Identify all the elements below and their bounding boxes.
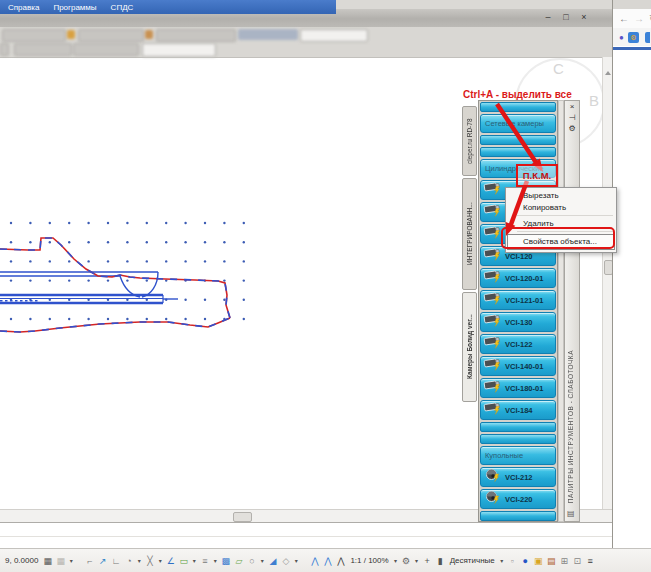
object-tracking-icon[interactable]: ↗ bbox=[97, 556, 108, 566]
context-menu-item[interactable]: Вырезать bbox=[507, 190, 615, 202]
command-line-divider bbox=[0, 536, 612, 537]
grid-icon[interactable]: ▦ bbox=[42, 556, 53, 566]
statusbar: 9, 0.0000▦▦▾⌐↗∟◔▾╳▾∠▭▾≡▾▩▱○▾◢◇▾⋀⋀⋀1:1 / … bbox=[0, 548, 651, 572]
annotation-pkm-box: П.К.М. bbox=[516, 164, 558, 187]
dropdown-caret-icon[interactable]: ▾ bbox=[293, 557, 299, 564]
bookmark-gear-icon[interactable]: ⚙ bbox=[628, 32, 639, 43]
palette-item[interactable]: VCI-140-01 bbox=[480, 356, 556, 376]
menu-item-спдс[interactable]: СПДС bbox=[111, 3, 134, 12]
palette-tab[interactable]: cleper.ru RD-78 bbox=[462, 106, 477, 176]
context-menu-item[interactable]: Копировать bbox=[507, 202, 615, 214]
palette-pin-icon[interactable]: ⊣ bbox=[565, 112, 579, 123]
annotation-scale-icon[interactable]: ⋀ bbox=[335, 556, 346, 566]
compass-east-label: В bbox=[589, 92, 599, 109]
scroll-up-icon[interactable] bbox=[605, 71, 611, 75]
command-line-area[interactable] bbox=[0, 522, 612, 549]
dropdown-caret-icon[interactable]: ▾ bbox=[136, 557, 142, 564]
horizontal-scrollbar-thumb[interactable] bbox=[233, 512, 252, 522]
palette-separator-bar bbox=[480, 422, 556, 432]
bookmark-partial-icon[interactable] bbox=[645, 32, 650, 43]
dropdown-caret-icon[interactable]: ▾ bbox=[68, 557, 74, 564]
palette-item[interactable]: VCI-122 bbox=[480, 334, 556, 354]
clipboard-icon[interactable]: ▤ bbox=[546, 556, 557, 566]
palette-item-label: VCI-140-01 bbox=[505, 362, 543, 371]
plot-icon[interactable]: ⊞ bbox=[559, 556, 570, 566]
tray-status-icon[interactable]: ● bbox=[520, 556, 531, 566]
blurred-combo[interactable] bbox=[156, 29, 236, 42]
menu-item-программы[interactable]: Программы bbox=[53, 3, 96, 12]
camera-icon bbox=[483, 181, 503, 199]
annotation-visibility-icon[interactable]: ⋀ bbox=[309, 556, 320, 566]
toolbar bbox=[0, 27, 612, 58]
blurred-icon[interactable] bbox=[145, 30, 153, 39]
angle-snap-icon[interactable]: ∠ bbox=[165, 556, 176, 566]
palette-item[interactable]: VCI-120-01 bbox=[480, 268, 556, 288]
ortho-icon[interactable]: ∟ bbox=[110, 556, 121, 566]
palette-item[interactable]: VCI-130 bbox=[480, 312, 556, 332]
back-icon[interactable]: ← bbox=[619, 13, 629, 24]
palette-item[interactable]: VCI-220 bbox=[480, 489, 556, 509]
palette-group-header[interactable]: Купольные bbox=[480, 446, 556, 465]
blurred-combo[interactable] bbox=[73, 43, 139, 56]
dropdown-caret-icon[interactable]: ▾ bbox=[414, 557, 420, 564]
camera-icon bbox=[483, 490, 503, 508]
units-mode[interactable]: Десятичные bbox=[450, 556, 495, 565]
dropdown-caret-icon[interactable]: ▾ bbox=[212, 557, 218, 564]
palette-item[interactable]: VCI-180-01 bbox=[480, 378, 556, 398]
palette-close-icon[interactable]: × bbox=[565, 101, 579, 112]
tray-blank-icon[interactable]: ▫ bbox=[507, 556, 518, 566]
snap-icon[interactable]: ⌐ bbox=[84, 556, 95, 566]
blurred-combo[interactable] bbox=[142, 43, 216, 57]
menu-item-справка[interactable]: Справка bbox=[8, 3, 39, 12]
dropdown-caret-icon[interactable]: ▾ bbox=[259, 557, 265, 564]
dropdown-caret-icon[interactable]: ▾ bbox=[191, 557, 197, 564]
fullscreen-icon[interactable]: ⊡ bbox=[572, 556, 583, 566]
palette-title: ПАЛИТРЫ ИНСТРУМЕНТОВ - СЛАБОТОЧКА bbox=[567, 350, 574, 503]
lineweight-icon[interactable]: ≡ bbox=[199, 556, 210, 566]
toolbar-grip[interactable] bbox=[0, 43, 9, 56]
zoom-level[interactable]: 1:1 / 100% bbox=[350, 556, 388, 565]
cursor-weight-icon[interactable]: ▮ bbox=[435, 556, 446, 566]
statusbar-menu-icon[interactable]: ≡ bbox=[585, 556, 596, 566]
scale-list-icon[interactable]: ◢ bbox=[267, 556, 278, 566]
palette-item-label: VCI-120-01 bbox=[505, 274, 543, 283]
restore-icon[interactable]: □ bbox=[560, 11, 572, 24]
palette-item[interactable]: VCI-184 bbox=[480, 400, 556, 420]
annotation-autoscale-icon[interactable]: ⋀ bbox=[322, 556, 333, 566]
dynamic-input-icon[interactable]: ▭ bbox=[178, 556, 189, 566]
blurred-icon[interactable] bbox=[67, 30, 75, 39]
close-icon[interactable]: × bbox=[578, 11, 590, 24]
palette-tab[interactable]: Камеры Болид ver... bbox=[462, 292, 477, 402]
lock-icon[interactable]: ▣ bbox=[533, 556, 544, 566]
dropdown-caret-icon[interactable]: ▾ bbox=[157, 557, 163, 564]
blurred-combo[interactable] bbox=[300, 29, 368, 42]
matchprops-icon[interactable]: ▱ bbox=[233, 556, 244, 566]
polar-tracking-icon[interactable]: ◔ bbox=[123, 556, 134, 566]
camera-icon bbox=[483, 468, 503, 486]
hatch-display-icon[interactable]: ▩ bbox=[220, 556, 231, 566]
settings-gear-icon[interactable]: ⚙ bbox=[401, 556, 412, 566]
camera-icon bbox=[483, 357, 503, 375]
bookmark-icon[interactable]: ● bbox=[619, 33, 624, 42]
palette-tab[interactable]: ИНТЕГРИРОВАНН... bbox=[462, 178, 477, 290]
forward-icon[interactable]: → bbox=[634, 13, 644, 24]
grid-snap-icon[interactable]: ▦ bbox=[55, 556, 66, 566]
palette-tabs: cleper.ru RD-78ИНТЕГРИРОВАНН...Камеры Бо… bbox=[462, 106, 478, 402]
blurred-combo[interactable] bbox=[78, 29, 144, 42]
dropdown-caret-icon[interactable]: ▾ bbox=[499, 557, 505, 564]
minimize-icon[interactable]: – bbox=[542, 11, 554, 24]
blurred-buttons[interactable] bbox=[238, 29, 298, 40]
blurred-combo[interactable] bbox=[14, 43, 72, 56]
osnap-icon[interactable]: ╳ bbox=[144, 556, 155, 566]
view-mode-icon[interactable]: ◇ bbox=[280, 556, 291, 566]
palette-item[interactable]: VCI-212 bbox=[480, 467, 556, 487]
palette-item[interactable]: VCI-121-01 bbox=[480, 290, 556, 310]
palette-settings-icon[interactable]: ⚙ bbox=[565, 123, 579, 134]
menu-bar: СправкаПрограммыСПДС bbox=[0, 0, 336, 14]
crosshair-size-icon[interactable]: + bbox=[422, 556, 433, 566]
palette-group-header[interactable]: Сетевые камеры bbox=[480, 114, 556, 133]
palette-properties-icon[interactable]: ▤ bbox=[567, 509, 575, 518]
dropdown-caret-icon[interactable]: ▾ bbox=[393, 557, 399, 564]
blurred-combo[interactable] bbox=[2, 29, 66, 42]
ucs-icon[interactable]: ○ bbox=[246, 556, 257, 566]
